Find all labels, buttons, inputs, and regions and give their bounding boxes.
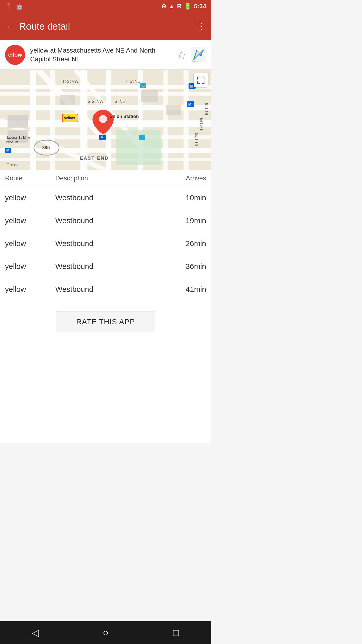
svg-text:Museum: Museum xyxy=(6,140,18,144)
table-row: yellow Westbound 26min xyxy=(0,232,211,255)
svg-rect-31 xyxy=(116,130,161,165)
svg-rect-35 xyxy=(141,90,158,102)
svg-text:2nd St NE: 2nd St NE xyxy=(195,133,198,146)
table-row: yellow Westbound 41min xyxy=(0,278,211,301)
header-info: ellow yellow at Massachusetts Ave NE And… xyxy=(0,40,211,70)
status-bar-right: ⊖ ▲ R 🔋 5:34 xyxy=(161,3,206,10)
route-cell: yellow xyxy=(5,193,55,202)
svg-rect-32 xyxy=(8,115,28,128)
favorite-star-button[interactable]: ☆ xyxy=(176,49,186,61)
route-cell: yellow xyxy=(5,285,55,294)
description-cell: Westbound xyxy=(55,216,156,225)
svg-text:o: o xyxy=(195,60,196,62)
svg-point-47 xyxy=(99,115,107,123)
empty-area xyxy=(0,342,211,443)
col-header-description: Description xyxy=(55,174,156,182)
header-icons: ☆ G o o g l e xyxy=(176,47,206,62)
svg-rect-25 xyxy=(184,70,189,170)
location-icon: 📍 xyxy=(5,3,13,10)
arrives-cell: 41min xyxy=(156,285,206,294)
map-expand-button[interactable] xyxy=(194,73,208,87)
bottom-nav: ◁ ○ □ xyxy=(0,621,211,644)
status-bar: 📍 🤖 ⊖ ▲ R 🔋 5:34 xyxy=(0,0,211,13)
route-cell: yellow xyxy=(5,239,55,248)
status-bar-left: 📍 🤖 xyxy=(5,3,23,10)
svg-text:EAST END: EAST END xyxy=(80,156,109,161)
menu-button[interactable]: ⋮ xyxy=(197,21,206,32)
svg-text:4th St NE: 4th St NE xyxy=(205,102,208,115)
table-row: yellow Westbound 36min xyxy=(0,255,211,278)
svg-text:3rd St NE: 3rd St NE xyxy=(200,117,203,131)
svg-text:yellow: yellow xyxy=(64,116,75,120)
svg-text:H St NW: H St NW xyxy=(63,79,79,84)
rate-button-container: RATE THIS APP xyxy=(0,301,211,342)
route-cell: yellow xyxy=(5,216,55,225)
svg-text:e: e xyxy=(199,60,200,62)
svg-text:M: M xyxy=(6,148,9,152)
nav-recent-button[interactable]: □ xyxy=(167,624,185,641)
svg-rect-24 xyxy=(163,70,168,170)
battery-icon: 🔋 xyxy=(184,3,192,10)
description-cell: Westbound xyxy=(55,193,156,202)
svg-text:Union Station: Union Station xyxy=(109,114,139,119)
svg-text:Google: Google xyxy=(7,163,20,167)
table-row: yellow Westbound 19min xyxy=(0,209,211,232)
top-bar-left: ← Route detail xyxy=(5,21,70,32)
svg-rect-34 xyxy=(60,95,75,105)
svg-rect-36 xyxy=(166,105,181,115)
route-cell: yellow xyxy=(5,262,55,271)
wifi-icon: ▲ xyxy=(169,3,175,10)
svg-text:M: M xyxy=(190,84,193,88)
arrives-cell: 26min xyxy=(156,239,206,248)
map-view[interactable]: 395 M M M 🚌 yellow H St NW H St NE G St … xyxy=(0,70,211,170)
nav-back-button[interactable]: ◁ xyxy=(26,624,44,641)
arrives-cell: 10min xyxy=(156,193,206,202)
svg-rect-19 xyxy=(30,70,36,170)
route-circle-badge: ellow xyxy=(5,45,25,65)
svg-text:National Building: National Building xyxy=(6,136,30,139)
android-icon: 🤖 xyxy=(16,3,23,10)
svg-text:G St NW: G St NW xyxy=(87,99,104,104)
svg-text:395: 395 xyxy=(42,145,50,150)
rate-app-button[interactable]: RATE THIS APP xyxy=(56,311,155,332)
svg-text:g: g xyxy=(197,60,198,62)
description-cell: Westbound xyxy=(55,262,156,271)
top-bar: ← Route detail ⋮ xyxy=(0,13,211,40)
svg-text:M: M xyxy=(101,136,104,140)
network-icon: R xyxy=(177,3,182,10)
col-header-route: Route xyxy=(5,174,55,182)
svg-text:M: M xyxy=(188,102,191,106)
description-cell: Westbound xyxy=(55,285,156,294)
svg-text:o: o xyxy=(194,60,195,62)
open-maps-button[interactable]: G o o g l e xyxy=(191,47,206,62)
nav-home-button[interactable]: ○ xyxy=(97,624,114,641)
clock: 5:34 xyxy=(194,3,206,10)
route-name-text: yellow at Massachusetts Ave NE And North… xyxy=(30,46,171,64)
svg-rect-45 xyxy=(139,135,145,140)
table-row: yellow Westbound 10min xyxy=(0,186,211,209)
arrives-cell: 36min xyxy=(156,262,206,271)
arrives-cell: 19min xyxy=(156,216,206,225)
svg-text:🚌: 🚌 xyxy=(142,84,145,88)
table-header: Route Description Arrives xyxy=(0,170,211,186)
signal-blocked-icon: ⊖ xyxy=(161,3,166,10)
svg-text:St NE: St NE xyxy=(115,99,125,104)
description-cell: Westbound xyxy=(55,239,156,248)
routes-table: Route Description Arrives yellow Westbou… xyxy=(0,170,211,301)
svg-text:H St NE: H St NE xyxy=(126,79,140,84)
svg-text:G: G xyxy=(192,60,193,62)
back-button[interactable]: ← xyxy=(5,21,15,32)
page-title: Route detail xyxy=(19,21,70,32)
col-header-arrives: Arrives xyxy=(156,174,206,182)
